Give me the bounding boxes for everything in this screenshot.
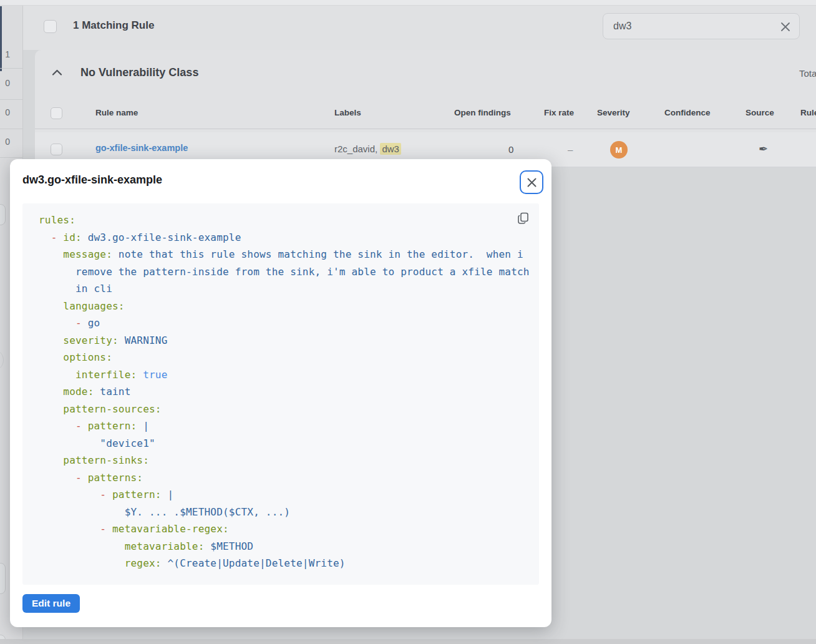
sidebar-count: 0 [0, 137, 10, 147]
col-header-source: Source [746, 108, 774, 117]
top-band [0, 0, 816, 6]
code-line: - patterns: [39, 469, 529, 487]
total-label: Total [799, 68, 816, 79]
col-header-labels: Labels [334, 108, 361, 117]
rules-search [603, 13, 800, 39]
section-title: No Vulnerability Class [80, 66, 198, 79]
code-line: - pattern: | [39, 486, 529, 504]
modal-close-button[interactable] [520, 170, 543, 194]
col-header-open-findings: Open findings [454, 108, 511, 117]
code-line: - go [39, 315, 529, 332]
clipped-button [0, 204, 6, 225]
rule-code: rules: - id: dw3.go-xfile-sink-example m… [22, 203, 539, 585]
severity-letter: M [616, 145, 623, 155]
code-line: $Y. ... .$METHOD($CTX, ...) [39, 504, 529, 521]
pen-nib-icon: ✒ [759, 142, 768, 156]
edit-rule-button[interactable]: Edit rule [22, 594, 80, 613]
sidebar-divider [0, 157, 23, 158]
sidebar-count: 0 [0, 107, 10, 117]
modal-title: dw3.go-xfile-sink-example [22, 173, 162, 187]
code-line: - metavariable-regex: [39, 520, 529, 538]
sidebar-count: 0 [0, 78, 10, 88]
fix-rate-value: – [568, 144, 573, 155]
row-checkbox[interactable] [51, 144, 62, 155]
code-line: pattern-sinks: [39, 452, 529, 469]
rule-detail-modal: dw3.go-xfile-sink-example rules: - id: d… [10, 159, 551, 627]
code-line: pattern-sources: [39, 401, 529, 418]
sidebar-divider [0, 99, 23, 100]
bottom-edge [0, 639, 816, 644]
clipped-circle [0, 349, 4, 371]
table-header-divider [35, 129, 816, 129]
code-line: rules: [39, 212, 529, 229]
severity-badge: M [610, 141, 628, 159]
code-line: message: note that this rule shows match… [39, 246, 529, 263]
code-line: metavariable: $METHOD [39, 538, 529, 555]
code-line: severity: WARNING [39, 332, 529, 349]
chevron-up-icon[interactable] [52, 69, 62, 76]
col-header-confidence: Confidence [664, 108, 711, 117]
sidebar-active-indicator [0, 6, 2, 71]
app-screen: 1 0 0 0 1 Matching Rule No Vulnerability… [0, 0, 816, 644]
open-findings-value: 0 [508, 144, 513, 155]
code-line: remove the pattern-inside from the sink,… [39, 263, 529, 281]
search-input[interactable] [603, 14, 799, 39]
sidebar-count: 1 [0, 49, 10, 59]
sidebar-divider [0, 68, 23, 69]
clear-search-icon[interactable] [779, 21, 792, 33]
rule-name-link[interactable]: go-xfile-sink-example [95, 143, 188, 153]
clipped-button [0, 563, 6, 594]
select-group-checkbox[interactable] [51, 107, 62, 119]
code-line: mode: taint [39, 383, 529, 401]
col-header-rule-name: Rule name [95, 108, 138, 117]
label-highlighted: dw3 [380, 143, 401, 155]
matching-rules-title: 1 Matching Rule [73, 19, 154, 32]
labels-cell: r2c_david, dw3 [334, 144, 401, 154]
code-line: - pattern: | [39, 417, 529, 435]
code-line: in cli [39, 280, 529, 298]
col-header-rule: Rule [800, 108, 816, 117]
code-line: options: [39, 349, 529, 366]
code-line: regex: ^(Create|Update|Delete|Write) [39, 555, 529, 572]
rule-code-block: rules: - id: dw3.go-xfile-sink-example m… [22, 203, 539, 585]
label-text: r2c_david, [334, 144, 380, 154]
copy-icon[interactable] [517, 212, 530, 225]
select-all-checkbox[interactable] [44, 20, 57, 33]
code-line: interfile: true [39, 366, 529, 384]
close-icon [527, 177, 537, 188]
code-line: languages: [39, 298, 529, 315]
sidebar-divider [0, 129, 23, 129]
code-line: "device1" [39, 435, 529, 452]
col-header-severity: Severity [597, 108, 630, 117]
col-header-fix-rate: Fix rate [544, 108, 574, 117]
code-line: - id: dw3.go-xfile-sink-example [39, 229, 529, 246]
